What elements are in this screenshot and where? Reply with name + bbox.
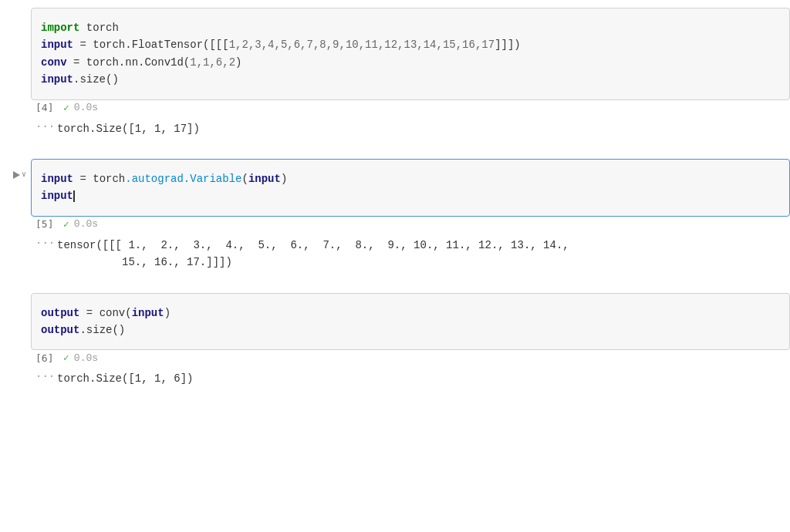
output-dots-4: ···	[35, 120, 57, 133]
var-input-5: input	[41, 173, 73, 185]
cell-5-status: [5] ✓ 0.0s	[0, 217, 790, 234]
code-line: output.size()	[41, 322, 780, 338]
cell-5-number: [5]	[35, 218, 59, 230]
cell-6-output: torch.Size([1, 1, 6])	[57, 370, 193, 387]
cell-6-input: output = conv(input) output.size()	[32, 294, 789, 350]
output-dots-6: ···	[35, 370, 57, 382]
code-cell-5[interactable]: input = torch.autograd.Variable(input) i…	[31, 159, 790, 217]
cell-5-timing: 0.0s	[74, 218, 98, 230]
cell-4-row: import torch input = torch.FloatTensor([…	[0, 8, 790, 100]
cell-4-output: torch.Size([1, 1, 17])	[57, 120, 200, 137]
chevron-5[interactable]: ∨	[22, 170, 26, 179]
cell-5-output-row: ··· tensor([[[ 1., 2., 3., 4., 5., 6., 7…	[0, 234, 790, 284]
keyword-import: import	[41, 22, 79, 34]
variable-text: Variable	[190, 173, 241, 185]
code-cell-6[interactable]: output = conv(input) output.size()	[31, 293, 790, 351]
cell-4-output-row: ··· torch.Size([1, 1, 17])	[0, 117, 790, 150]
cell-5-code[interactable]: input = torch.autograd.Variable(input) i…	[41, 167, 780, 208]
code-line: input.size()	[41, 71, 780, 88]
cell-4-input: import torch input = torch.FloatTensor([…	[32, 8, 789, 99]
code-line: input	[41, 187, 780, 204]
cursor	[73, 190, 75, 202]
output-dots-5: ···	[35, 237, 57, 249]
code-line: input = torch.autograd.Variable(input)	[41, 170, 780, 187]
cell-5-input: input = torch.autograd.Variable(input) i…	[32, 160, 789, 216]
cell-6-row: output = conv(input) output.size()	[0, 293, 790, 351]
var-input: input	[41, 39, 73, 51]
code-cell-4[interactable]: import torch input = torch.FloatTensor([…	[31, 8, 790, 100]
code-line: output = conv(input)	[41, 305, 780, 322]
cell-4-number: [4]	[35, 102, 59, 113]
cell-6-status: [6] ✓ 0.0s	[0, 350, 790, 367]
cell-4-code: import torch input = torch.FloatTensor([…	[41, 16, 780, 92]
cell-6-code: output = conv(input) output.size()	[41, 301, 780, 342]
code-line: input = torch.FloatTensor([[[1,2,3,4,5,6…	[41, 36, 780, 53]
cell-6-output-row: ··· torch.Size([1, 1, 6])	[0, 367, 790, 399]
check-icon-5: ✓	[63, 218, 69, 231]
code-line: conv = torch.nn.Conv1d(1,1,6,2)	[41, 54, 780, 71]
check-icon-6: ✓	[63, 352, 69, 364]
cell-5-row: ∨ input = torch.autograd.Variable(input)…	[0, 159, 790, 217]
var-output: output	[41, 307, 79, 319]
cell-4-timing: 0.0s	[74, 102, 98, 113]
code-line: import torch	[41, 19, 780, 36]
check-icon-4: ✓	[63, 102, 69, 114]
cell-5-gutter[interactable]: ∨	[0, 159, 31, 182]
cell-5-output: tensor([[[ 1., 2., 3., 4., 5., 6., 7., 8…	[57, 237, 569, 271]
play-icon-5	[13, 171, 20, 179]
cell-4-status: [4] ✓ 0.0s	[0, 100, 790, 117]
notebook: import torch input = torch.FloatTensor([…	[0, 0, 790, 532]
cell-6-number: [6]	[35, 352, 59, 364]
var-conv: conv	[41, 56, 67, 69]
run-button-5[interactable]	[13, 170, 20, 182]
code-text: torch	[79, 22, 118, 34]
cell-6-timing: 0.0s	[74, 352, 98, 364]
autograd-text: .autograd.	[125, 173, 190, 185]
